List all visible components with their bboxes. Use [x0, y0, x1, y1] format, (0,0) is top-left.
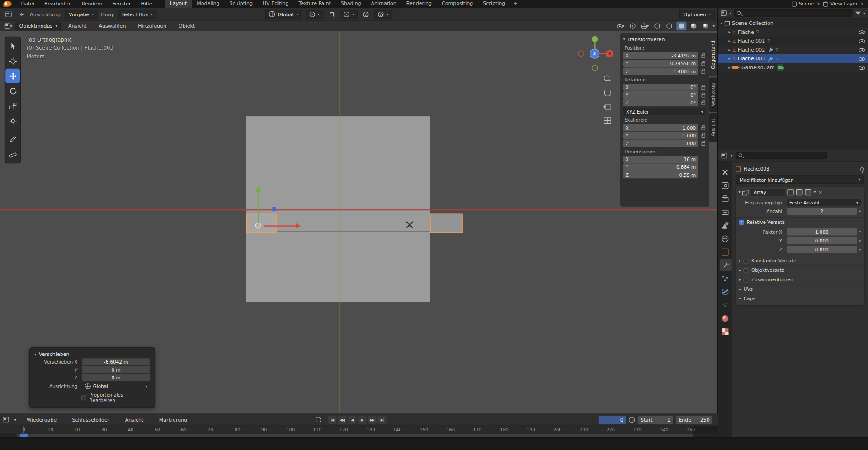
workspace-tab-scripting[interactable]: Scripting	[478, 0, 510, 8]
proportional-editing-toggle[interactable]	[361, 9, 371, 19]
position-x-field[interactable]: X-3.4192 m	[623, 52, 698, 59]
lock-rz-button[interactable]	[700, 100, 706, 105]
editor-type-button[interactable]	[3, 9, 13, 19]
lock-y-button[interactable]	[700, 61, 706, 66]
rotation-x-field[interactable]: X0°	[623, 84, 698, 91]
realtime-display-toggle[interactable]	[796, 189, 803, 195]
factor-z-field[interactable]: 0.000	[787, 246, 857, 253]
relative-offset-checkbox[interactable]: ✓	[739, 220, 744, 225]
hide-eye-toggle[interactable]	[859, 30, 865, 34]
move-gizmo-y-axis[interactable]	[258, 192, 259, 222]
object-origin[interactable]	[255, 223, 261, 228]
menu-ansicht-timeline[interactable]: Ansicht	[120, 417, 149, 422]
tab-texture[interactable]	[718, 326, 732, 337]
workspace-tab-uv-editing[interactable]: UV Editing	[258, 0, 294, 8]
decorator-dot[interactable]	[859, 240, 861, 242]
outliner-row-flaeche002[interactable]: ▸ △ Fläche.002 ▽	[718, 45, 868, 54]
tab-particles[interactable]	[718, 272, 732, 284]
snap-toggle-button[interactable]	[327, 9, 337, 19]
constant-offset-checkbox[interactable]	[744, 258, 749, 263]
workspace-tab-texture-paint[interactable]: Texture Paint	[294, 0, 336, 8]
blender-logo-icon[interactable]	[3, 1, 11, 6]
lock-ry-button[interactable]	[700, 92, 706, 97]
properties-search-input[interactable]	[736, 152, 827, 159]
menu-markierung[interactable]: Markierung	[154, 417, 193, 422]
outliner-editor-icon[interactable]	[721, 10, 726, 16]
position-y-field[interactable]: Y-0.74558 m	[623, 60, 698, 67]
filter-icon[interactable]	[855, 11, 861, 14]
lock-sy-button[interactable]	[700, 133, 706, 138]
transform-tool[interactable]	[5, 114, 20, 128]
tab-scene[interactable]	[718, 219, 732, 231]
mode-dropdown[interactable]: Objektmodus▾	[15, 22, 61, 31]
menu-hinzufuegen[interactable]: Hinzufügen	[133, 23, 171, 28]
factor-y-field[interactable]: 0.000	[787, 237, 857, 244]
navigation-gizmo[interactable]: Z X	[576, 35, 614, 72]
section-konstanter-versatz[interactable]: ▸ Konstanter Versatz	[736, 256, 864, 265]
disclosure-closed-icon[interactable]: ▸	[728, 47, 730, 52]
lock-rx-button[interactable]	[700, 85, 706, 90]
factor-x-field[interactable]: 1.000	[787, 228, 857, 235]
dimensions-y-field[interactable]: Y0.864 m	[623, 163, 698, 171]
clock-icon[interactable]	[629, 417, 635, 422]
decorator-dot[interactable]	[859, 249, 861, 251]
remove-view-layer-button[interactable]: ×	[860, 1, 865, 6]
tab-object[interactable]	[718, 246, 732, 258]
end-frame-field[interactable]: Ende250	[676, 416, 712, 424]
selected-object-flaeche003[interactable]	[246, 214, 277, 233]
transform-panel-header[interactable]: ▾ Transformieren	[623, 35, 706, 43]
visibility-dropdown[interactable]: ▾	[615, 22, 625, 31]
pin-icon[interactable]	[860, 167, 864, 171]
timeline-editor-icon[interactable]	[3, 417, 9, 422]
current-frame-field[interactable]: 0	[599, 416, 626, 424]
move-y-field[interactable]: 0 m	[82, 366, 150, 373]
sidebar-tab-werkzeug[interactable]: Werkzeug	[709, 77, 717, 112]
disclosure-closed-icon[interactable]: ▸	[728, 39, 730, 43]
move-gizmo-x-arrowhead[interactable]	[296, 223, 301, 228]
lock-sz-button[interactable]	[700, 141, 706, 146]
scale-y-field[interactable]: Y1.000	[623, 132, 698, 139]
shading-solid-button[interactable]	[676, 22, 686, 31]
menu-ansicht[interactable]: Ansicht	[63, 23, 92, 28]
playhead-marker[interactable]	[20, 433, 28, 437]
gizmo-x-ball[interactable]: X	[606, 50, 613, 57]
lock-z-button[interactable]	[700, 69, 706, 74]
annotate-tool[interactable]	[5, 132, 20, 146]
tab-physics[interactable]	[718, 286, 732, 298]
hide-eye-toggle[interactable]	[859, 57, 865, 61]
hide-eye-toggle[interactable]	[859, 39, 865, 43]
tab-output[interactable]	[718, 193, 732, 204]
outliner-row-flaeche001[interactable]: ▸ △ Fläche.001 ▽	[718, 37, 868, 46]
shading-dropdown-chevron[interactable]: ▾	[713, 24, 715, 28]
options-dropdown[interactable]: Optionen▾	[679, 9, 715, 19]
outliner-row-scene-collection[interactable]: ▾ Scene Collection	[718, 19, 868, 28]
hide-eye-toggle[interactable]	[859, 48, 865, 52]
next-keyframe-button[interactable]: ▶▶	[368, 416, 377, 424]
transform-orientation-dropdown[interactable]: Global▾	[265, 9, 302, 19]
zoom-icon[interactable]	[603, 74, 612, 83]
pan-hand-icon[interactable]	[603, 88, 612, 97]
section-zusammenfuehren[interactable]: ▸ Zusammenführen	[736, 275, 864, 284]
jump-to-start-button[interactable]: |◀	[328, 416, 337, 424]
menu-hilfe[interactable]: Hilfe	[136, 1, 157, 6]
jump-to-end-button[interactable]: ▶|	[377, 416, 387, 424]
playhead[interactable]	[23, 426, 24, 433]
modifier-name-input[interactable]: Array	[751, 189, 785, 196]
tab-render[interactable]	[718, 180, 732, 191]
properties-editor-icon[interactable]	[722, 152, 727, 158]
viewport-3d[interactable]: Top Orthographic (0) Scene Collection | …	[0, 31, 718, 414]
menu-fenster[interactable]: Fenster	[108, 1, 136, 6]
editor-type-button[interactable]: ▾	[3, 22, 13, 31]
tab-modifiers[interactable]	[720, 259, 732, 271]
tab-material[interactable]	[718, 313, 732, 324]
menu-wiedergabe[interactable]: Wiedergabe	[22, 417, 61, 422]
move-gizmo-x-axis[interactable]	[264, 225, 296, 226]
rotation-y-field[interactable]: Y0°	[623, 91, 698, 99]
dimensions-z-field[interactable]: Z0.55 m	[623, 171, 698, 178]
lock-x-button[interactable]	[700, 53, 706, 58]
disclosure-closed-icon[interactable]: ▸	[728, 30, 730, 34]
workspace-tab-shading[interactable]: Shading	[336, 0, 366, 8]
tab-view-layer[interactable]	[718, 206, 732, 218]
menu-bearbeiten[interactable]: Bearbeiten	[39, 1, 77, 6]
workspace-tab-sculpting[interactable]: Sculpting	[225, 0, 258, 8]
